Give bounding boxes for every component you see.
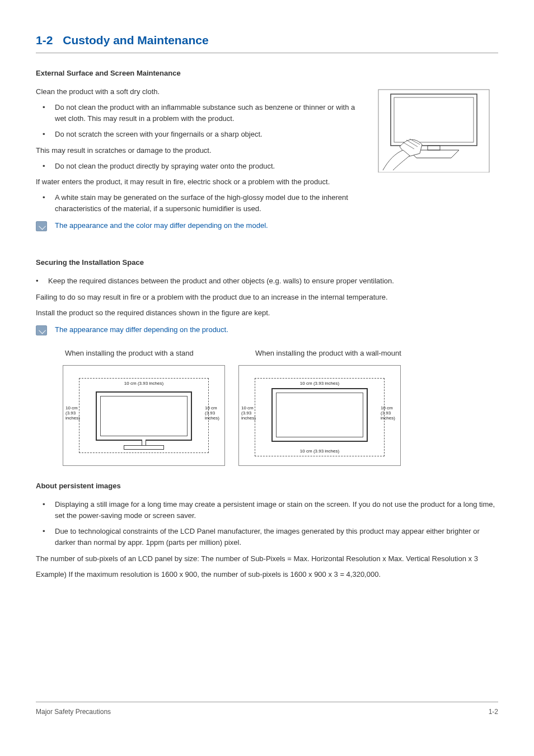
paragraph: Failing to do so may result in fire or a… bbox=[36, 292, 498, 303]
distance-label-right: 10 cm (3.93 inches) bbox=[205, 406, 223, 421]
section-title: Custody and Maintenance bbox=[63, 34, 208, 47]
paragraph: If water enters the product, it may resu… bbox=[36, 176, 358, 188]
note-text: The appearance and the color may differ … bbox=[55, 220, 268, 231]
svg-rect-3 bbox=[428, 146, 440, 150]
section-persistent-images: About persistent images Displaying a sti… bbox=[36, 482, 498, 580]
cleaning-illustration bbox=[375, 88, 493, 172]
distance-label-right: 10 cm (3.93 inches) bbox=[381, 406, 399, 421]
note-text: The appearance may differ depending on t… bbox=[55, 324, 228, 335]
figure-wall-mount: 10 cm (3.93 inches) 10 cm (3.93 inches) … bbox=[238, 365, 401, 466]
section-external-surface: External Surface and Screen Maintenance … bbox=[36, 69, 498, 231]
paragraph: Install the product so the required dist… bbox=[36, 307, 498, 319]
figure-stand: 10 cm (3.93 inches) 10 cm (3.93 inches) … bbox=[63, 365, 225, 466]
paragraph: This may result in scratches or damage t… bbox=[36, 145, 358, 156]
figure-caption-wall: When installing the product with a wall-… bbox=[255, 349, 412, 357]
page-footer: Major Safety Precautions 1-2 bbox=[36, 702, 498, 716]
footer-right: 1-2 bbox=[489, 708, 498, 716]
page-title: 1-2 Custody and Maintenance bbox=[36, 34, 498, 53]
heading-securing-space: Securing the Installation Space bbox=[36, 258, 498, 267]
bullet: Do not scratch the screen with your fing… bbox=[48, 129, 358, 140]
footer-left: Major Safety Precautions bbox=[36, 708, 111, 716]
note-block: The appearance may differ depending on t… bbox=[36, 324, 498, 335]
paragraph: Example) If the maximum resolution is 16… bbox=[36, 569, 498, 580]
distance-label-bottom: 10 cm (3.93 inches) bbox=[300, 449, 339, 454]
note-icon bbox=[36, 221, 47, 231]
bullet: Due to technological constraints of the … bbox=[48, 526, 498, 548]
paragraph: The number of sub-pixels of an LCD panel… bbox=[36, 553, 498, 564]
distance-label-left: 10 cm (3.93 inches) bbox=[241, 406, 258, 421]
svg-rect-1 bbox=[391, 94, 477, 146]
bullet: Do not clean the product with an inflamm… bbox=[48, 102, 358, 124]
intro-text: Clean the product with a soft dry cloth. bbox=[36, 86, 358, 97]
heading-external-surface: External Surface and Screen Maintenance bbox=[36, 69, 498, 77]
distance-label-top: 10 cm (3.93 inches) bbox=[124, 381, 163, 386]
bullet: Displaying a still image for a long time… bbox=[48, 499, 498, 521]
heading-persistent-images: About persistent images bbox=[36, 482, 498, 490]
section-number: 1-2 bbox=[36, 34, 53, 47]
svg-rect-2 bbox=[394, 97, 474, 142]
bullet: A white stain may be generated on the su… bbox=[48, 192, 358, 214]
bullet: Do not clean the product directly by spr… bbox=[48, 161, 358, 172]
distance-label-left: 10 cm (3.93 inches) bbox=[65, 406, 82, 421]
bullet: Keep the required distances between the … bbox=[41, 276, 498, 287]
note-block: The appearance and the color may differ … bbox=[36, 220, 358, 231]
distance-label-top: 10 cm (3.93 inches) bbox=[300, 381, 339, 386]
figure-caption-stand: When installing the product with a stand bbox=[65, 349, 222, 357]
section-securing-space: Securing the Installation Space Keep the… bbox=[36, 258, 498, 466]
note-icon bbox=[36, 325, 47, 335]
